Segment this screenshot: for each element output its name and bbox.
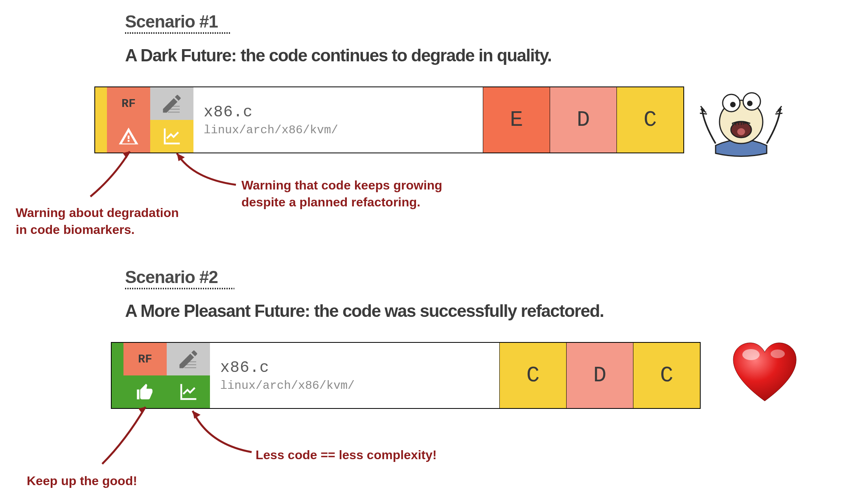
rf-badge: RF [123,343,167,375]
scenario1-file-block: x86.c linux/arch/x86/kvm/ [193,87,483,153]
scenario1-row: RF x86.c linux/arch/x86/kvm/ E D C [94,86,684,153]
grade-cell: D [566,343,633,408]
trend-up-icon [178,381,199,403]
trend-up-icon [161,126,182,147]
scream-doodle [700,79,782,157]
scenario2-annot-left: Keep up the good! [27,473,137,489]
file-path: linux/arch/x86/kvm/ [204,123,483,137]
scenario2-title: A More Pleasant Future: the code was suc… [125,301,604,321]
scenario1-annot-right: Warning that code keeps growing despite … [241,177,442,211]
grade-cell: C [499,343,566,408]
scenario1-badge-grid: RF [107,87,193,153]
svg-point-7 [742,349,760,360]
scenario1-label: Scenario #1 [125,12,552,31]
svg-point-2 [737,128,745,135]
scenario1-left-strip [95,87,107,153]
scenario2-grades: C D C [499,343,700,408]
svg-point-8 [771,349,785,358]
scenario1-underline [125,32,230,34]
file-name: x86.c [220,359,499,377]
svg-point-4 [730,102,736,107]
edit-icon [177,348,200,371]
grade-cell: C [617,87,683,153]
file-path: linux/arch/x86/kvm/ [220,379,499,392]
scenario2-left-strip [112,343,123,408]
edit-icon-cell [150,87,193,120]
scenario1-annot-left: Warning about degradation in code biomar… [16,204,179,238]
edit-icon [160,92,184,116]
warning-icon [118,126,139,147]
scenario2-underline [125,288,234,289]
rf-badge: RF [107,87,150,120]
arrow-to-warning [79,145,149,208]
heart-icon [731,342,798,405]
scenario1-grades: E D C [483,87,683,153]
thumbs-up-icon [135,382,155,402]
scenario2-row: RF x86.c linux/arch/x86/kvm/ C D C [111,342,701,409]
grade-cell: C [633,343,700,408]
svg-point-5 [743,93,760,110]
grade-cell: E [483,87,550,153]
arrow-to-trend [169,147,248,195]
grade-cell: D [550,87,617,153]
file-name: x86.c [204,103,483,121]
scenario1-title: A Dark Future: the code continues to deg… [125,46,552,65]
svg-point-6 [747,101,753,106]
scenario2-file-block: x86.c linux/arch/x86/kvm/ [210,343,499,408]
scenario2-annot-right: Less code == less complexity! [256,447,437,464]
trend-icon-cell [167,375,210,408]
arrow-to-trend2 [185,405,263,460]
edit-icon-cell [167,343,210,375]
scenario2-label: Scenario #2 [125,267,604,287]
scenario2-badge-grid: RF [123,343,210,408]
arrow-to-thumbs [94,401,165,472]
